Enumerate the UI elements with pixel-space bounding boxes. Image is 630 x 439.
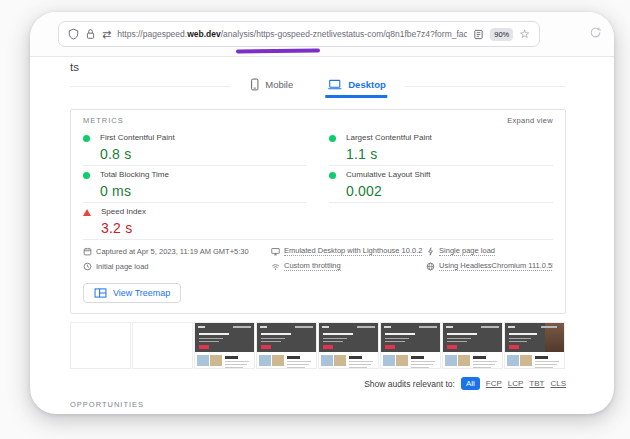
- view-treemap-button[interactable]: View Treemap: [83, 283, 181, 303]
- metric-value: 3.2 s: [101, 220, 146, 236]
- filter-chip-all[interactable]: All: [461, 377, 480, 390]
- treemap-icon: [94, 288, 107, 298]
- metric-label: Speed Index: [101, 207, 146, 217]
- address-text[interactable]: https://pagespeed.web.dev/analysis/https…: [117, 29, 467, 39]
- metric-label: First Contentful Paint: [100, 133, 175, 143]
- calendar-icon: [83, 247, 92, 256]
- metric-status-icon: [83, 209, 91, 216]
- reader-view-icon[interactable]: [473, 29, 484, 40]
- lightning-icon: [426, 247, 435, 256]
- metric-label: Cumulative Layout Shift: [346, 170, 431, 180]
- lock-icon[interactable]: [85, 28, 96, 40]
- tab-desktop-label: Desktop: [348, 79, 385, 90]
- metric-label: Largest Contentful Paint: [346, 133, 432, 143]
- captured-at-text: Captured at Apr 5, 2023, 11:19 AM GMT+5:…: [96, 247, 249, 256]
- metric-value: 1.1 s: [346, 146, 432, 162]
- filmstrip-frame: [194, 322, 255, 369]
- filmstrip-frame: [380, 322, 441, 369]
- filmstrip-frame: [442, 322, 503, 369]
- wifi-icon: [271, 262, 280, 271]
- globe-icon: [426, 262, 435, 271]
- url-prefix: https://pagespeed.: [117, 29, 187, 39]
- metric-status-icon: [329, 172, 336, 179]
- audits-filter-label: Show audits relevant to:: [364, 379, 455, 389]
- chromium-version-text[interactable]: Using HeadlessChromium 111.0.5563.110 wi…: [439, 261, 553, 271]
- device-tabs: Mobile Desktop: [230, 75, 405, 98]
- metric-value: 0.8 s: [100, 146, 175, 162]
- switch-protocol-icon[interactable]: ⇄: [102, 29, 111, 40]
- filmstrip-frame: [318, 322, 379, 369]
- monitor-icon: [271, 247, 280, 256]
- single-page-load: Single page load: [426, 246, 553, 256]
- metric-status-icon: [83, 135, 90, 142]
- metric-lcp: Largest Contentful Paint 1.1 s: [329, 129, 553, 166]
- filmstrip: [70, 322, 566, 369]
- audits-filter-row: Show audits relevant to: All FCP LCP TBT…: [70, 377, 566, 390]
- page-title-partial: ts: [70, 61, 566, 74]
- filter-chip-lcp[interactable]: LCP: [508, 379, 524, 388]
- bookmark-star-icon[interactable]: ☆: [519, 28, 530, 40]
- page-content: ts Mobile Desktop: [30, 61, 614, 414]
- environment-info: Captured at Apr 5, 2023, 11:19 AM GMT+5:…: [83, 239, 553, 273]
- chromium-version: Using HeadlessChromium 111.0.5563.110 wi…: [426, 261, 553, 271]
- filmstrip-frame: [256, 322, 317, 369]
- metrics-section-label: METRICS: [83, 116, 124, 125]
- tab-mobile[interactable]: Mobile: [248, 75, 295, 98]
- filmstrip-frame: [70, 322, 131, 369]
- url-bar[interactable]: ⇄ https://pagespeed.web.dev/analysis/htt…: [58, 21, 540, 47]
- zoom-level-badge[interactable]: 90%: [490, 28, 513, 41]
- metric-value: 0 ms: [100, 183, 169, 199]
- filmstrip-frame: [504, 322, 565, 369]
- filter-chip-fcp[interactable]: FCP: [486, 379, 502, 388]
- metric-status-icon: [329, 135, 336, 142]
- opportunities-section-label: OPPORTUNITIES: [70, 396, 566, 414]
- metric-status-icon: [83, 172, 90, 179]
- refresh-icon[interactable]: [589, 26, 602, 39]
- view-treemap-label: View Treemap: [113, 288, 170, 298]
- emulated-device-text[interactable]: Emulated Desktop with Lighthouse 10.0.2: [284, 246, 422, 256]
- metric-fcp: First Contentful Paint 0.8 s: [83, 129, 307, 166]
- url-domain: web.dev: [187, 29, 221, 39]
- filter-chip-tbt[interactable]: TBT: [529, 379, 544, 388]
- laptop-icon: [327, 79, 342, 90]
- tab-desktop[interactable]: Desktop: [325, 75, 387, 98]
- expand-view-link[interactable]: Expand view: [507, 116, 553, 125]
- metric-tbt: Total Blocking Time 0 ms: [83, 166, 307, 203]
- url-highlight-annotation: [236, 48, 320, 53]
- clock-icon: [83, 262, 92, 271]
- filter-chip-cls[interactable]: CLS: [550, 379, 566, 388]
- shield-icon[interactable]: [68, 28, 79, 40]
- filmstrip-frame: [132, 322, 193, 369]
- initial-page-load: Initial page load: [83, 261, 271, 271]
- phone-icon: [250, 78, 259, 91]
- metric-grid: First Contentful Paint 0.8 s Largest Con…: [83, 129, 553, 239]
- url-path: /analysis/https-gospeed-znetlivestatus-c…: [221, 29, 468, 39]
- metric-value: 0.002: [346, 183, 431, 199]
- metric-speed-index: Speed Index 3.2 s: [83, 203, 307, 239]
- browser-toolbar: ⇄ https://pagespeed.web.dev/analysis/htt…: [30, 12, 614, 57]
- captured-at: Captured at Apr 5, 2023, 11:19 AM GMT+5:…: [83, 246, 271, 256]
- single-page-load-text[interactable]: Single page load: [439, 246, 495, 256]
- browser-window: ⇄ https://pagespeed.web.dev/analysis/htt…: [30, 12, 614, 414]
- metric-label: Total Blocking Time: [100, 170, 169, 180]
- report-card: Mobile Desktop METRICS Expand view: [70, 86, 566, 414]
- metrics-card: METRICS Expand view First Contentful Pai…: [70, 109, 566, 314]
- emulated-device: Emulated Desktop with Lighthouse 10.0.2: [271, 246, 426, 256]
- tab-mobile-label: Mobile: [265, 79, 293, 90]
- custom-throttling-text[interactable]: Custom throttling: [284, 261, 341, 271]
- opportunities-section: OPPORTUNITIES Opportunity Estimated Savi…: [70, 396, 566, 414]
- metric-empty-slot: [329, 203, 553, 239]
- metric-cls: Cumulative Layout Shift 0.002: [329, 166, 553, 203]
- initial-page-load-text: Initial page load: [96, 262, 149, 271]
- custom-throttling: Custom throttling: [271, 261, 426, 271]
